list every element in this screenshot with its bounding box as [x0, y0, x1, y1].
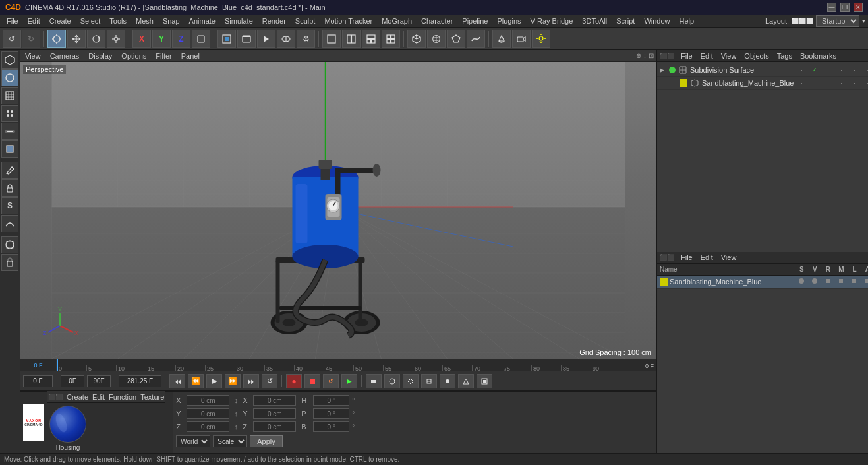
polygon-tool[interactable]	[447, 30, 465, 48]
menu-script[interactable]: Script	[612, 16, 639, 26]
light-tool[interactable]	[532, 30, 550, 48]
loop-btn[interactable]: ↺	[262, 374, 277, 388]
coord-p-val[interactable]	[313, 408, 349, 419]
menu-animate[interactable]: Animate	[185, 16, 219, 26]
camera-tool[interactable]	[512, 30, 531, 48]
mat-menu-texture[interactable]: Texture	[140, 393, 164, 401]
coord-b-val[interactable]	[313, 421, 349, 432]
menu-file[interactable]: File	[3, 16, 22, 26]
viewport-menu-options[interactable]: Options	[119, 52, 148, 60]
viewport-menu-display[interactable]: Display	[86, 52, 114, 60]
coord-z-size[interactable]	[253, 421, 296, 432]
mat-menu-edit[interactable]: Edit	[92, 393, 105, 401]
vp-ctrl-3[interactable]: ⊡	[649, 52, 654, 59]
snap-to-btn[interactable]	[1, 236, 18, 253]
viewport-3d[interactable]: Perspective X Y Z	[20, 62, 656, 359]
view-mode-3[interactable]	[362, 30, 380, 48]
attr-row-sandblasting[interactable]: Sandblasting_Machine_Blue	[657, 276, 868, 289]
menu-vray[interactable]: V-Ray Bridge	[527, 16, 577, 26]
edge-mode-btn[interactable]	[1, 123, 18, 140]
menu-tools[interactable]: Tools	[105, 16, 130, 26]
render-vr-button[interactable]	[277, 30, 295, 48]
coord-x-pos[interactable]	[187, 395, 229, 406]
view-mode-4[interactable]	[382, 30, 400, 48]
restore-button[interactable]: ❐	[840, 3, 850, 12]
apply-button[interactable]: Apply	[250, 435, 283, 447]
render-interactive-button[interactable]	[257, 30, 275, 48]
obj-menu-file[interactable]: File	[680, 52, 694, 60]
frame-end-input[interactable]	[87, 375, 111, 387]
cube-tool[interactable]	[407, 30, 426, 48]
menu-sculpt[interactable]: Sculpt	[291, 16, 320, 26]
view-mode-1[interactable]	[322, 30, 341, 48]
mat-menu-function[interactable]: Function	[109, 393, 136, 401]
move-button[interactable]	[67, 30, 86, 48]
minimize-button[interactable]: —	[827, 3, 836, 12]
view-mode-2[interactable]	[342, 30, 361, 48]
frame-start-input[interactable]	[61, 375, 84, 387]
coord-h-val[interactable]	[313, 395, 349, 406]
obj-menu-view[interactable]: View	[720, 52, 738, 60]
obj-item-subdivision[interactable]: ▶ Subdivision Surface · ✓ · · · · · · ·	[657, 63, 868, 77]
viewport-menu-panel[interactable]: Panel	[179, 52, 202, 60]
obj-menu-bookmarks[interactable]: Bookmarks	[799, 52, 838, 60]
deformer-tool[interactable]	[492, 30, 511, 48]
obj-menu-objects[interactable]: Objects	[743, 52, 770, 60]
obj-menu-tags[interactable]: Tags	[776, 52, 794, 60]
menu-pipeline[interactable]: Pipeline	[458, 16, 492, 26]
menu-snap[interactable]: Snap	[159, 16, 184, 26]
axis-x-button[interactable]: X	[132, 30, 151, 48]
prev-frame-btn[interactable]: ⏪	[188, 374, 204, 388]
menu-mesh[interactable]: Mesh	[132, 16, 158, 26]
render-region-button[interactable]	[217, 30, 236, 48]
axis-y-button[interactable]: Y	[152, 30, 171, 48]
expand-icon[interactable]: ▶	[660, 67, 666, 73]
anim-tool4[interactable]	[421, 374, 437, 388]
goto-start-btn[interactable]: ⏮	[169, 374, 185, 388]
coord-z-pos[interactable]	[187, 421, 229, 432]
attr-menu-edit[interactable]: Edit	[699, 253, 714, 261]
material-btn[interactable]: S	[1, 197, 18, 214]
material-item[interactable]: Housing	[49, 406, 86, 451]
lock2-btn[interactable]	[1, 254, 18, 271]
menu-mograph[interactable]: MoGraph	[378, 16, 416, 26]
face-mode-btn[interactable]	[1, 140, 18, 158]
obj-item-sandblasting[interactable]: Sandblasting_Machine_Blue · · · · · · · …	[657, 77, 868, 90]
scale-button[interactable]	[107, 30, 125, 48]
attr-menu-view[interactable]: View	[720, 253, 738, 261]
goto-end-btn[interactable]: ⏭	[243, 374, 259, 388]
texture-mode-btn[interactable]	[1, 87, 18, 104]
anim-tool7[interactable]	[477, 374, 492, 388]
menu-create[interactable]: Create	[45, 16, 75, 26]
coord-y-size[interactable]	[253, 408, 296, 419]
menu-character[interactable]: Character	[417, 16, 457, 26]
viewport-menu-cameras[interactable]: Cameras	[48, 52, 82, 60]
frame-value-input[interactable]	[119, 375, 161, 387]
anim-tool3[interactable]	[403, 374, 419, 388]
select-live-button[interactable]	[47, 30, 66, 48]
coord-scale-dropdown[interactable]: Scale	[213, 435, 247, 447]
undo-button[interactable]: ↺	[3, 30, 21, 48]
mat-menu-create[interactable]: Create	[67, 393, 88, 401]
menu-select[interactable]: Select	[76, 16, 105, 26]
menu-plugins[interactable]: Plugins	[493, 16, 525, 26]
menu-3dtoall[interactable]: 3DToAll	[578, 16, 611, 26]
menu-edit[interactable]: Edit	[24, 16, 44, 26]
viewport-menu-view[interactable]: View	[23, 52, 43, 60]
coord-world-dropdown[interactable]: World	[176, 435, 210, 447]
point-mode-btn[interactable]	[1, 105, 18, 122]
vp-ctrl-2[interactable]: ↕	[643, 52, 647, 59]
rotate-button[interactable]	[87, 30, 105, 48]
smooth-btn[interactable]	[1, 215, 18, 232]
obj-menu-edit[interactable]: Edit	[699, 52, 714, 60]
axis-all-button[interactable]	[192, 30, 210, 48]
knife-tool-btn[interactable]	[1, 162, 18, 179]
anim-tool5[interactable]	[440, 374, 455, 388]
spline-tool[interactable]	[467, 30, 485, 48]
auto-key-btn[interactable]: ↺	[323, 374, 339, 388]
anim-tool2[interactable]	[384, 374, 400, 388]
menu-render[interactable]: Render	[258, 16, 290, 26]
menu-window[interactable]: Window	[640, 16, 674, 26]
material-preview[interactable]	[49, 406, 86, 443]
close-button[interactable]: ✕	[854, 3, 863, 12]
